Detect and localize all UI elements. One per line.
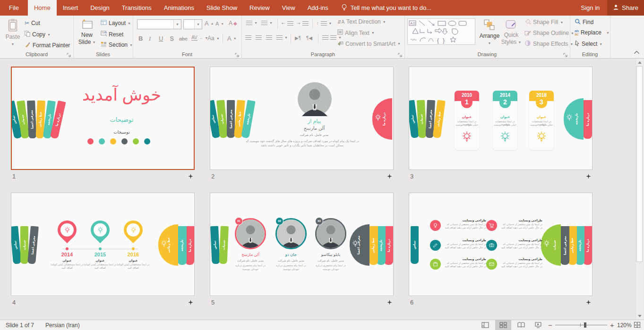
ribbon-tab-home[interactable]: Home <box>28 0 57 16</box>
group-label: Font <box>133 51 241 57</box>
arrange-button[interactable]: Arrange ▼ <box>478 19 501 46</box>
lightbulb-icon <box>161 239 167 248</box>
strikethrough-button[interactable]: abc <box>179 36 188 42</box>
shape-fill-button[interactable]: Shape Fill▼ <box>524 18 563 26</box>
scroll-down-button[interactable] <box>636 312 644 320</box>
text-direction-button[interactable]: ⇵AText Direction▼ <box>337 18 386 25</box>
animation-star-icon[interactable] <box>387 174 392 179</box>
font-name-combo[interactable]: ▼ <box>137 19 181 29</box>
slide-thumbnail-3[interactable]: تماسخدماتمعرفی اعضاخط زمانیدرباره ماتاری… <box>409 67 592 170</box>
ribbon-tab-add-ins[interactable]: Add-ins <box>301 0 335 16</box>
decrease-indent-button[interactable]: ⇠ <box>282 21 293 25</box>
new-slide-button[interactable]: New Slide▼ <box>77 18 97 45</box>
ribbon-tab-animations[interactable]: Animations <box>158 0 200 16</box>
align-right-button[interactable] <box>266 35 272 40</box>
share-button[interactable]: Share <box>607 0 644 16</box>
bold-button[interactable]: B <box>138 35 143 42</box>
align-left-button[interactable] <box>245 35 251 40</box>
clear-formatting-button[interactable]: A◆ <box>229 20 237 26</box>
zoom-in-button[interactable]: + <box>610 320 614 330</box>
slide-sorter-view-button[interactable] <box>495 320 511 330</box>
slide-counter[interactable]: Slide 1 of 7 <box>6 320 34 330</box>
slide-thumbnail-6[interactable]: تماسدرباره ماتاریخچهخط زمانیمعرفی اعضاخد… <box>409 193 592 296</box>
ribbon-tab-transitions[interactable]: Transitions <box>116 0 158 16</box>
quick-styles-button[interactable]: Quick Styles▼ <box>501 19 522 45</box>
bullets-button[interactable]: ▼ <box>246 21 258 25</box>
nav-tab-moarefi: معرفی اعضا <box>27 101 36 139</box>
replace-button[interactable]: abac Replace ▼ <box>575 29 610 36</box>
font-color-button[interactable]: A▼ <box>227 35 237 42</box>
zoom-slider-notch <box>580 323 581 327</box>
reset-button[interactable]: Reset <box>101 31 123 38</box>
zoom-slider-thumb[interactable] <box>584 322 586 328</box>
reading-view-button[interactable] <box>513 320 529 330</box>
group-label: Paragraph <box>241 51 404 57</box>
collapse-ribbon-button[interactable] <box>634 48 640 56</box>
tell-me-box[interactable]: Tell me what you want to do... <box>341 0 431 16</box>
character-spacing-button[interactable]: AV↔▼ <box>191 35 208 41</box>
select-button[interactable]: Select ▼ <box>575 40 602 48</box>
underline-button[interactable]: U <box>159 35 163 42</box>
ribbon-tab-design[interactable]: Design <box>84 0 115 16</box>
service-title: طراحی وبسایت <box>443 257 486 261</box>
line-spacing-button[interactable]: ↕▼ <box>317 21 332 25</box>
language-indicator[interactable]: Persian (Iran) <box>45 320 80 330</box>
scroll-up-button[interactable] <box>636 59 644 66</box>
zoom-slider-track[interactable] <box>555 325 607 325</box>
paste-button[interactable]: Paste ▼ <box>4 18 22 47</box>
slide-thumbnail-2[interactable]: تماسخدماتمعرفی اعضاخط زمانیتاریخچهدرباره… <box>210 67 394 170</box>
left-to-right-button[interactable]: ▶¶ <box>295 35 301 41</box>
align-center-button[interactable] <box>256 35 262 40</box>
increase-indent-button[interactable]: ⇢ <box>297 21 309 25</box>
grow-font-button[interactable]: A▲ <box>205 20 214 27</box>
slide-thumbnail-4[interactable]: تماسخدماتمعرفی اعضادرباره ماتاریخچهخط زم… <box>11 193 195 296</box>
scrollbar-thumb[interactable] <box>636 66 643 262</box>
service-title: طراحی وبسایت <box>499 238 542 242</box>
ribbon-tab-review[interactable]: Review <box>243 0 276 16</box>
pin-inner-circle <box>60 223 74 237</box>
format-painter-button[interactable]: Format Painter <box>25 42 70 49</box>
align-text-button[interactable]: Align Text▼ <box>337 29 375 36</box>
justify-button[interactable]: ▼ <box>276 35 288 40</box>
zoom-level[interactable]: 120% <box>617 320 632 330</box>
text-shadow-button[interactable]: S <box>170 35 174 42</box>
vertical-scrollbar[interactable] <box>635 59 644 320</box>
fit-to-window-button[interactable] <box>631 320 643 330</box>
ribbon-tab-slide-show[interactable]: Slide Show <box>200 0 243 16</box>
animation-star-icon[interactable] <box>188 300 193 305</box>
animation-star-icon[interactable] <box>586 174 591 179</box>
nav-tab-active-khadamat: خدمات <box>541 224 561 266</box>
shape-effects-icon <box>524 40 531 48</box>
slide-show-button[interactable] <box>530 320 546 330</box>
slide-thumbnail-1[interactable]: تماسخدماتمعرفی اعضاخط زمانیتاریخچهدرباره… <box>11 67 195 170</box>
chevron-down-icon[interactable]: ▼ <box>173 20 181 29</box>
normal-view-button[interactable] <box>477 320 493 330</box>
animation-star-icon[interactable] <box>188 174 193 179</box>
zoom-out-button[interactable]: − <box>548 320 552 330</box>
right-to-left-button[interactable]: ¶◀ <box>306 35 312 41</box>
numbering-button[interactable]: ▼ <box>261 21 273 25</box>
shape-outline-button[interactable]: Shape Outline▼ <box>524 29 574 37</box>
ribbon-tab-insert[interactable]: Insert <box>57 0 85 16</box>
italic-button[interactable]: I <box>149 35 151 42</box>
change-case-button[interactable]: Aa▼ <box>207 35 220 42</box>
card-title: عنوان <box>529 115 554 119</box>
slide-thumbnail-5[interactable]: تماسخدماتدرباره ماتاریخچهخط زمانیمعرفی ا… <box>210 193 394 296</box>
body-line: در اینجا یک پیام کوتاه در مورد اهداف شرک… <box>232 139 373 143</box>
animation-star-icon[interactable] <box>586 300 591 305</box>
ribbon-tab-file[interactable]: File <box>0 0 28 16</box>
shrink-font-button[interactable]: A▼ <box>215 21 224 26</box>
copy-button[interactable]: Copy ▼ <box>25 31 51 38</box>
layout-button[interactable]: Layout ▼ <box>101 20 131 26</box>
font-size-combo[interactable]: ▼ <box>183 19 202 29</box>
animation-star-icon[interactable] <box>387 300 392 305</box>
ribbon-tab-view[interactable]: View <box>276 0 301 16</box>
sign-in-button[interactable]: Sign in <box>574 0 608 16</box>
chevron-down-icon[interactable]: ▼ <box>194 20 202 29</box>
section-button[interactable]: Section ▼ <box>101 42 133 48</box>
cut-button[interactable]: ✂ Cut <box>25 20 40 26</box>
convert-to-smartart-button[interactable]: Convert to SmartArt▼ <box>337 40 401 47</box>
shape-effects-button[interactable]: Shape Effects▼ <box>524 40 573 48</box>
shapes-gallery[interactable]: A {} <box>407 18 475 45</box>
find-button[interactable]: Find <box>575 18 593 26</box>
